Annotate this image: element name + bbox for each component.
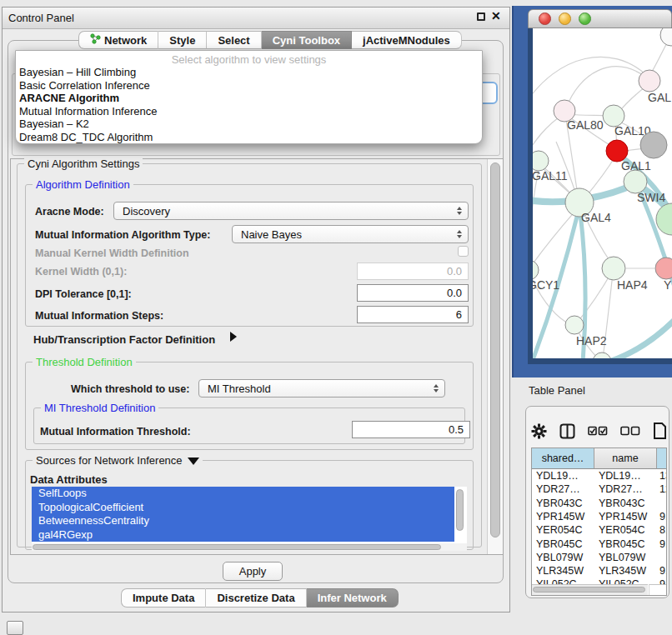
table-row[interactable]: YBR045CYBR045C9. xyxy=(532,538,667,551)
algorithm-option-bayesian-hill-climbing[interactable]: Bayesian – Hill Climbing xyxy=(16,66,482,79)
table-cell: YBR043C xyxy=(532,497,594,510)
table-row[interactable]: YER054CYER054C8. xyxy=(532,523,667,537)
network-node-gal[interactable] xyxy=(639,70,660,92)
expander-arrow-icon[interactable] xyxy=(230,332,237,342)
dpi-tolerance-field[interactable]: 0.0 xyxy=(357,284,469,302)
algorithm-option-basic-correlation-inference[interactable]: Basic Correlation Inference xyxy=(16,79,482,92)
apply-button[interactable]: Apply xyxy=(223,562,283,581)
close-light-icon[interactable] xyxy=(539,12,551,25)
network-node-y[interactable] xyxy=(655,258,672,279)
network-canvas[interactable]: GALGAL80GAL10GAL1GAL11SWI4GAL4GCY1HAP4YH… xyxy=(533,28,672,358)
table-cell: YLR345W xyxy=(594,564,657,578)
table-row[interactable]: YLR345WYLR345W9. xyxy=(532,564,667,578)
settings-vertical-scrollbar[interactable] xyxy=(487,159,503,554)
tab-discretize-data[interactable]: Discretize Data xyxy=(206,588,306,608)
attribute-list-vertical-scrollbar[interactable] xyxy=(454,488,466,542)
table-cell xyxy=(657,497,667,510)
split-columns-icon[interactable] xyxy=(559,423,575,439)
tab-impute-data[interactable]: Impute Data xyxy=(121,588,206,608)
table-panel-title: Table Panel xyxy=(529,384,585,397)
tab-label: Style xyxy=(169,34,195,47)
algorithm-dropdown-popup: Select algorithm to view settings Bayesi… xyxy=(15,50,483,144)
table-row[interactable]: YDR27…YDR27…12 xyxy=(532,482,667,496)
tab-select[interactable]: Select xyxy=(207,31,261,49)
network-node[interactable] xyxy=(660,28,672,46)
algorithm-option-bayesian-k2[interactable]: Bayesian – K2 xyxy=(16,118,482,131)
network-node-gal11[interactable] xyxy=(533,151,549,171)
network-node[interactable] xyxy=(640,132,667,158)
deselect-checkboxes-icon[interactable] xyxy=(620,426,640,436)
network-node[interactable] xyxy=(656,203,672,235)
algorithm-option-aracne-algorithm[interactable]: ARACNE Algorithm xyxy=(16,92,482,105)
table-cell: 12 xyxy=(657,482,667,496)
table-cell: YDL19… xyxy=(594,469,657,482)
network-graph: GALGAL80GAL10GAL1GAL11SWI4GAL4GCY1HAP4YH… xyxy=(533,28,672,358)
attribute-list-hscrollbar-thumb[interactable] xyxy=(33,544,441,550)
mi-threshold-field[interactable]: 0.5 xyxy=(352,421,470,438)
mi-threshold-definition-title: MI Threshold Definition xyxy=(41,402,158,414)
tab-label: Cyni Toolbox xyxy=(273,34,340,47)
table-row[interactable]: YDL19…YDL19…13 xyxy=(532,469,667,482)
attribute-option-gal4rgexp[interactable]: gal4RGexp xyxy=(32,528,454,542)
network-node-gcy1[interactable] xyxy=(533,260,539,280)
float-icon[interactable] xyxy=(477,12,485,21)
screen: Control Panel ✕ NetworkStyleSelectCyni T… xyxy=(0,0,672,635)
settings-scrollbar-thumb[interactable] xyxy=(490,162,500,538)
tab-label: Impute Data xyxy=(133,592,194,604)
attribute-list-scrollbar-thumb[interactable] xyxy=(456,489,464,531)
which-threshold-combo[interactable]: MI Threshold xyxy=(198,379,445,398)
attribute-option-betweennesscentrality[interactable]: BetweennessCentrality xyxy=(32,514,454,528)
table-toolbar xyxy=(531,421,668,441)
table-cell: YBR045C xyxy=(532,538,594,551)
dock-panel-icon[interactable] xyxy=(7,621,23,635)
network-window-titlebar[interactable] xyxy=(528,9,672,28)
tab-infer-network[interactable]: Infer Network xyxy=(307,588,399,608)
table-cell: YBR043C xyxy=(594,497,657,510)
algorithm-definition-title: Algorithm Definition xyxy=(33,178,133,191)
mi-steps-field[interactable]: 6 xyxy=(357,306,469,323)
attribute-option-selfloops[interactable]: SelfLoops xyxy=(32,487,454,501)
attribute-list-horizontal-scrollbar[interactable] xyxy=(32,543,467,551)
panel-icon[interactable] xyxy=(653,422,668,440)
collapse-arrow-icon xyxy=(188,458,199,465)
node-label: GAL4 xyxy=(581,211,611,224)
minimize-light-icon[interactable] xyxy=(559,12,571,25)
column-header-shared[interactable]: shared… xyxy=(532,448,594,469)
network-node-hap2[interactable] xyxy=(565,316,584,334)
zoom-light-icon[interactable] xyxy=(579,12,591,25)
hub-expander-label[interactable]: Hub/Transcription Factor Definition xyxy=(33,333,215,346)
network-icon xyxy=(90,33,101,47)
table-row[interactable]: YBR043CYBR043C xyxy=(532,497,667,510)
control-panel-title: Control Panel xyxy=(8,12,74,24)
network-node-hap4[interactable] xyxy=(602,257,625,280)
manual-kernel-width-checkbox[interactable] xyxy=(458,246,469,257)
control-panel-tabbar: NetworkStyleSelectCyni ToolboxjActiveMNo… xyxy=(78,31,462,49)
close-icon[interactable]: ✕ xyxy=(491,9,501,22)
column-header-a[interactable]: A xyxy=(657,448,667,469)
table-cell: YBL079W xyxy=(532,551,594,564)
mi-algorithm-type-combo[interactable]: Naive Bayes xyxy=(232,225,469,243)
combo-stepper-icon xyxy=(451,207,468,215)
network-node[interactable] xyxy=(593,352,611,358)
node-label: GAL80 xyxy=(567,118,604,132)
table-hscrollbar-thumb[interactable] xyxy=(533,587,645,592)
kernel-width-field[interactable]: 0.0 xyxy=(357,262,469,280)
table-cell: YDR27… xyxy=(532,482,594,496)
column-header-name[interactable]: name xyxy=(594,448,657,469)
gear-icon[interactable] xyxy=(531,423,547,439)
network-node-swi4[interactable] xyxy=(624,170,647,193)
tab-jactivemnodules[interactable]: jActiveMNodules xyxy=(352,31,462,49)
algorithm-option-dream8-dc-tdc-algorithm[interactable]: Dream8 DC_TDC Algorithm xyxy=(16,131,482,144)
select-checkboxes-icon[interactable] xyxy=(588,426,608,436)
algorithm-option-mutual-information-inference[interactable]: Mutual Information Inference xyxy=(16,105,482,118)
attribute-option-topologicalcoefficient[interactable]: TopologicalCoefficient xyxy=(32,501,454,515)
node-label: HAP4 xyxy=(617,278,648,292)
tab-style[interactable]: Style xyxy=(158,31,207,49)
table-horizontal-scrollbar[interactable] xyxy=(532,584,648,595)
table-row[interactable]: YPR145WYPR145W9. xyxy=(532,510,667,523)
tab-cyni-toolbox[interactable]: Cyni Toolbox xyxy=(262,31,352,49)
table-row[interactable]: YBL079WYBL079W xyxy=(532,551,667,564)
control-panel-titlebar[interactable] xyxy=(3,8,509,29)
aracne-mode-combo[interactable]: Discovery xyxy=(113,202,469,220)
tab-network[interactable]: Network xyxy=(78,31,158,49)
